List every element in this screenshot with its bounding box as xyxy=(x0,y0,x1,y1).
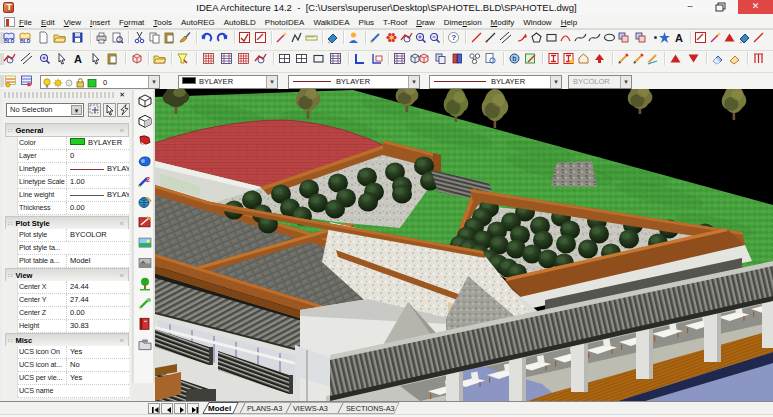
svg-text:?: ? xyxy=(451,33,456,42)
svg-text:SECTIONS-A3: SECTIONS-A3 xyxy=(346,404,395,413)
svg-text:BLD: BLD xyxy=(4,38,15,44)
svg-text:PLANS-A3: PLANS-A3 xyxy=(247,404,282,413)
svg-text:BLD: BLD xyxy=(20,38,31,44)
svg-text:b: b xyxy=(513,55,517,62)
svg-text:A: A xyxy=(74,53,82,65)
svg-text:A: A xyxy=(675,32,683,44)
svg-text:2: 2 xyxy=(146,176,150,183)
svg-text:VIEWS-A3: VIEWS-A3 xyxy=(293,404,328,413)
svg-text:Model: Model xyxy=(208,404,231,413)
